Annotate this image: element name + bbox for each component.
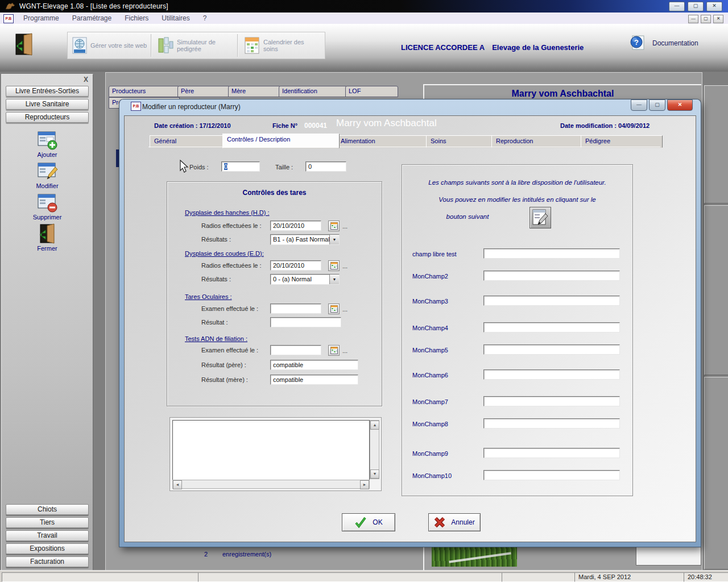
sidebar-button-chiots[interactable]: Chiots <box>6 504 89 515</box>
column-header-producteurs[interactable]: Producteurs <box>109 86 180 97</box>
horizontal-scrollbar[interactable]: ◄ ► <box>172 480 370 489</box>
record-count: 2 <box>204 551 208 558</box>
edit-labels-button[interactable] <box>530 207 551 228</box>
toolbar-button-website[interactable]: Gérer votre site web <box>68 32 158 59</box>
toolbar-button-pedigree[interactable]: Simulateur de pedigrée <box>153 32 243 59</box>
adn-examen-date-input[interactable] <box>270 345 321 355</box>
user-field-input-3[interactable] <box>483 296 620 306</box>
sidebar-button-livre-sanitaire[interactable]: Livre Sanitaire <box>6 99 89 110</box>
user-field-label-6: MonChamp6 <box>412 372 448 379</box>
oculaires-calendar-button[interactable] <box>328 304 340 314</box>
user-field-input-2[interactable] <box>483 271 620 281</box>
taille-label: Taille : <box>275 164 293 171</box>
right-panel-fragment <box>704 85 728 203</box>
dropdown-arrow-icon[interactable]: ▼ <box>329 235 339 244</box>
toolbar-separator <box>151 34 151 57</box>
adn-more-button[interactable]: ... <box>342 347 348 354</box>
annuler-button[interactable]: Annuler <box>428 513 481 531</box>
statusbar: Mardi, 4 SEP 2012 20:48:32 <box>0 570 728 582</box>
adn-pere-label: Résultat (père) : <box>201 361 246 368</box>
sidebar-action-supprimer-label: Supprimer <box>2 214 93 221</box>
dialog-maximize-button[interactable]: ▢ <box>649 99 665 111</box>
tab-pedigree[interactable]: Pédigree <box>581 135 663 148</box>
sidebar-button-facturation[interactable]: Facturation <box>6 556 89 567</box>
menu-fichiers[interactable]: Fichiers <box>119 13 154 24</box>
sidebar-button-expositions[interactable]: Expositions <box>6 543 89 554</box>
taille-input[interactable]: 0 <box>305 161 346 172</box>
sidebar-action-fermer[interactable]: Fermer <box>2 222 93 252</box>
user-field-input-10[interactable] <box>483 470 620 480</box>
sidebar-button-tiers[interactable]: Tiers <box>6 517 89 528</box>
dialog-close-button[interactable]: ✕ <box>667 99 693 111</box>
oculaires-resultat-input[interactable] <box>270 317 341 327</box>
adn-calendar-button[interactable] <box>328 345 340 356</box>
sidebar-action-modifier[interactable]: Modifier <box>2 160 93 189</box>
scroll-left-icon[interactable]: ◄ <box>173 480 182 489</box>
statusbar-time: 20:48:32 <box>684 572 728 582</box>
window-maximize-button[interactable]: ▢ <box>688 2 704 11</box>
ed-resultats-select[interactable]: 0 - (a) Normal▼ <box>270 274 340 285</box>
sidebar-action-modifier-label: Modifier <box>2 182 93 189</box>
sidebar-action-ajouter[interactable]: Ajouter <box>2 128 93 158</box>
vertical-scrollbar[interactable]: ▲ ▼ <box>370 420 379 479</box>
photo-line <box>449 552 511 563</box>
hd-radios-date-input[interactable] <box>270 221 321 231</box>
menu-programme[interactable]: Programme <box>18 13 65 24</box>
window-minimize-button[interactable]: — <box>669 2 685 11</box>
window-close-button[interactable]: ✕ <box>706 2 722 11</box>
menu-utilitaires[interactable]: Utilitaires <box>156 13 195 24</box>
user-field-input-1[interactable] <box>483 248 620 259</box>
user-field-label-2: MonChamp2 <box>412 273 448 280</box>
dialog-minimize-button[interactable]: — <box>631 99 647 111</box>
ed-radios-date-input[interactable] <box>270 260 321 271</box>
tab-general[interactable]: Général <box>150 135 226 148</box>
column-header-pere[interactable]: Père <box>177 86 230 97</box>
oculaires-examen-date-input[interactable] <box>270 304 321 314</box>
ok-button[interactable]: OK <box>342 513 395 531</box>
photo-button-fragment[interactable] <box>636 546 701 566</box>
hd-resultats-select[interactable]: B1 - (a) Fast Normal▼ <box>270 234 340 245</box>
tab-reproduction[interactable]: Reproduction <box>491 135 585 148</box>
adn-pere-input[interactable] <box>270 360 358 370</box>
column-header-lof[interactable]: LOF <box>345 86 398 97</box>
scroll-up-icon[interactable]: ▲ <box>370 421 379 430</box>
notes-textarea[interactable] <box>172 420 370 480</box>
user-field-input-5[interactable] <box>483 344 620 355</box>
ed-calendar-button[interactable] <box>328 260 340 271</box>
sidebar-button-travail[interactable]: Travail <box>6 530 89 541</box>
menu-help[interactable]: ? <box>197 13 213 24</box>
tab-controles-description[interactable]: Contrôles / Description <box>222 134 340 148</box>
oculaires-more-button[interactable]: ... <box>342 306 348 313</box>
toolbar-button-calendar[interactable]: Calendrier des soins <box>239 32 332 59</box>
mdi-minimize-button[interactable]: — <box>688 15 698 23</box>
sidebar-button-livre-entrees-sorties[interactable]: Livre Entrées-Sorties <box>6 86 89 97</box>
dropdown-arrow-icon[interactable]: ▼ <box>329 275 339 284</box>
poids-input[interactable]: 0 <box>221 161 260 172</box>
adn-mere-input[interactable] <box>270 375 358 385</box>
scroll-down-icon[interactable]: ▼ <box>370 469 379 479</box>
sidebar-close-icon[interactable]: X <box>84 76 88 84</box>
sidebar-action-supprimer[interactable]: Supprimer <box>2 191 93 221</box>
user-field-input-7[interactable] <box>483 396 620 406</box>
notes-memo[interactable]: ▲ ▼ ◄ ► <box>169 417 382 491</box>
scroll-right-icon[interactable]: ► <box>360 480 369 489</box>
user-field-input-9[interactable] <box>483 448 620 458</box>
user-field-input-8[interactable] <box>483 418 620 429</box>
mdi-close-button[interactable]: ✕ <box>713 15 723 23</box>
sidebar-button-reproducteurs[interactable]: Reproducteurs <box>6 112 89 123</box>
ed-more-button[interactable]: ... <box>342 263 348 269</box>
menu-parametrage[interactable]: Paramétrage <box>67 13 117 24</box>
user-field-input-6[interactable] <box>483 369 620 380</box>
mdi-restore-button[interactable]: ▢ <box>701 15 711 23</box>
user-field-input-4[interactable] <box>483 322 620 332</box>
tab-soins[interactable]: Soins <box>426 135 495 148</box>
user-fields-info-3: bouton suivant <box>402 213 533 220</box>
hd-more-button[interactable]: ... <box>342 223 348 230</box>
column-header-identification[interactable]: Identification <box>279 86 348 97</box>
hd-resultats-label: Résultats : <box>201 236 231 243</box>
exit-door-icon[interactable] <box>15 33 34 56</box>
hd-calendar-button[interactable] <box>328 221 340 231</box>
tab-alimentation[interactable]: Alimentation <box>336 135 430 148</box>
column-header-mere[interactable]: Mère <box>228 86 281 97</box>
documentation-button[interactable]: ? <box>629 34 646 52</box>
